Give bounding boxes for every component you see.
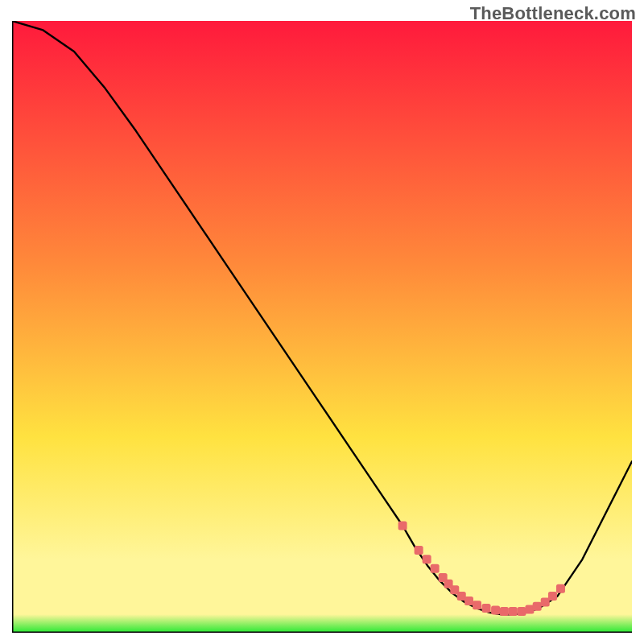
gradient-background [12, 21, 632, 633]
marker-point [533, 602, 542, 611]
watermark-text: TheBottleneck.com [470, 3, 636, 24]
marker-point [473, 601, 481, 609]
marker-point [464, 597, 473, 605]
marker-point [556, 584, 565, 593]
marker-point [541, 598, 550, 607]
marker-point [431, 564, 440, 573]
marker-point [517, 607, 526, 616]
marker-point [548, 592, 557, 601]
marker-point [491, 605, 500, 614]
bottleneck-chart [12, 21, 632, 633]
marker-point [398, 522, 407, 530]
marker-point [509, 607, 518, 616]
marker-point [500, 607, 509, 616]
marker-point [423, 555, 431, 564]
marker-point [482, 604, 491, 613]
marker-point [415, 546, 423, 555]
chart-svg [12, 21, 632, 633]
